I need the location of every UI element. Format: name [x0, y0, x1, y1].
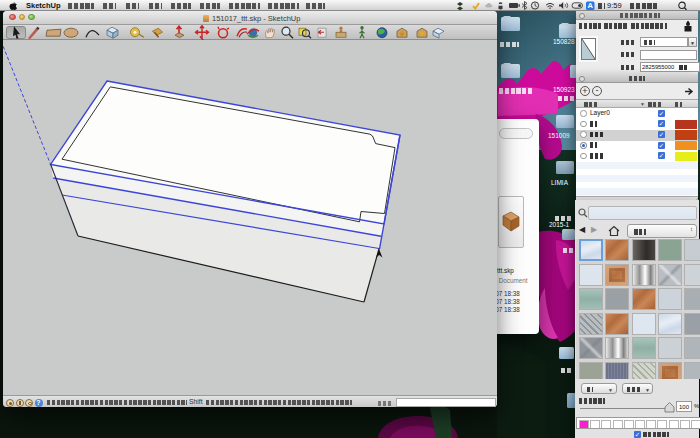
- svg-text:A: A: [587, 1, 593, 10]
